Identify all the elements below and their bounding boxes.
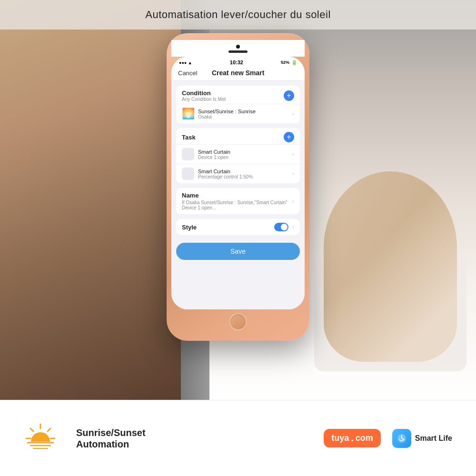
cancel-button[interactable]: Cancel [178,69,197,77]
phone-mockup: ●●● ▲ 10:32 52% 🔋 Cancel Creat new Smart [167,33,309,341]
smartlife-icon [392,429,411,448]
status-icons: 52% 🔋 [281,60,297,65]
phone-screen: ●●● ▲ 10:32 52% 🔋 Cancel Creat new Smart [171,57,305,309]
phone-speaker [228,50,248,53]
page-title-bar: Automatisation lever/coucher du soleil [0,0,476,30]
task-item-1-text: Smart Curtain Device 1:open [198,149,288,160]
name-value: If Osaka Sunset/Sunrise : Sunrise,"Smart… [182,200,292,210]
curtain-icon-2 [182,168,194,180]
sun-text-line2: Automation [76,438,146,450]
left-background [0,0,181,400]
save-button[interactable]: Save [176,243,300,260]
condition-section: Condition Any Condition Is Met + 🌅 [176,86,300,123]
name-label: Name [182,192,292,199]
nav-title: Creat new Smart [212,69,264,77]
task-title: Task [182,134,196,141]
condition-chevron: › [292,110,294,117]
name-chevron: › [292,198,294,205]
sunrise-icon: 🌅 [182,108,194,120]
sun-text: Sunrise/Sunset Automation [76,427,146,450]
name-section[interactable]: Name If Osaka Sunset/Sunrise : Sunrise,"… [176,188,300,214]
sun-logo [24,422,57,455]
sun-text-line1: Sunrise/Sunset [76,427,146,438]
condition-item-subtitle: Osaka [198,114,288,119]
task-chevron-2: › [292,170,294,177]
phone-home-button[interactable] [229,313,247,330]
status-bar: ●●● ▲ 10:32 52% 🔋 [171,57,305,67]
condition-item[interactable]: 🌅 Sunset/Sunrise : Sunrise Osaka › [176,104,300,123]
battery-bar: 🔋 [291,60,297,65]
task-item-2-subtitle: Percentage control 1:50% [198,174,288,179]
add-task-button[interactable]: + [284,132,294,142]
task-item-2-text: Smart Curtain Percentage control 1:50% [198,169,288,179]
task-chevron-1: › [292,151,294,158]
style-label: Style [182,224,197,231]
task-item-2-title: Smart Curtain [198,169,288,174]
style-toggle[interactable] [274,223,288,231]
condition-item-title: Sunset/Sunrise : Sunrise [198,109,288,114]
condition-title: Condition [182,89,226,97]
bottom-section: Sunrise/Sunset Automation tuya . com Sma… [0,400,476,476]
task-item-1-subtitle: Device 1:open [198,155,288,160]
task-section: Task + Smart C [176,128,300,183]
curtain-icon-1 [182,148,194,160]
nav-bar: Cancel Creat new Smart [171,67,305,81]
phone-content: Condition Any Condition Is Met + 🌅 [171,81,305,309]
status-time: 10:32 [230,60,243,65]
smartlife-text: Smart Life [415,434,452,443]
brand-area: tuya . com Smart Life [324,429,452,448]
svg-line-2 [48,428,50,431]
battery-icon: 52% [281,60,289,65]
tuya-com-text: com [356,433,373,443]
tuya-text: tuya [331,433,349,443]
phone-camera [236,45,240,49]
task-item-1-title: Smart Curtain [198,149,288,155]
style-section: Style › [176,219,300,235]
condition-subtitle: Any Condition Is Met [182,97,226,102]
task-item-1[interactable]: Smart Curtain Device 1:open › [176,144,300,164]
task-item-2[interactable]: Smart Curtain Percentage control 1:50% › [176,164,300,183]
page-title: Automatisation lever/coucher du soleil [145,9,331,20]
add-condition-button[interactable]: + [284,90,294,101]
svg-line-1 [30,428,33,431]
smartlife-badge: Smart Life [392,429,452,448]
phone-top [171,40,305,57]
tuya-badge: tuya . com [324,429,381,447]
style-chevron: › [292,224,294,230]
condition-item-text: Sunset/Sunrise : Sunrise Osaka [198,109,288,119]
signal-icon: ●●● ▲ [179,60,192,65]
